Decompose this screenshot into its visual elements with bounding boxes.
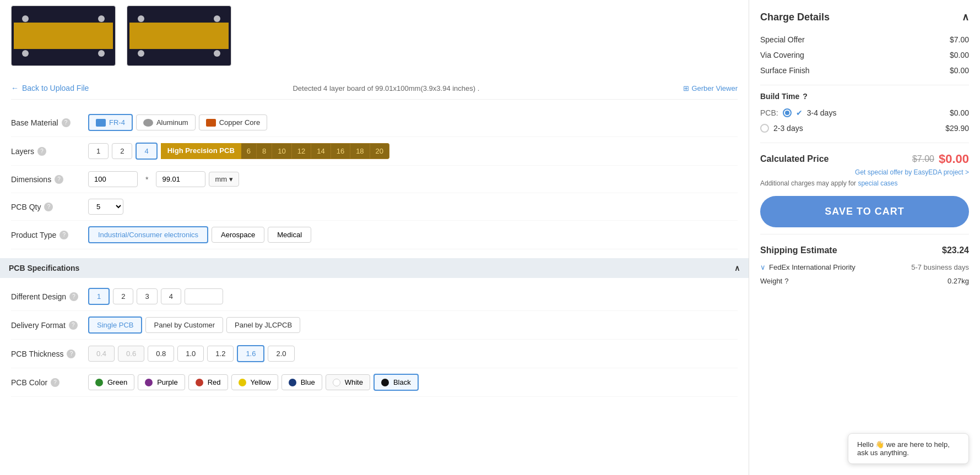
dimension-separator: * — [145, 175, 148, 184]
thickness-1.0-btn[interactable]: 1.0 — [177, 346, 204, 362]
height-input[interactable] — [156, 171, 205, 187]
design-4-btn[interactable]: 4 — [161, 288, 181, 304]
product-aerospace-btn[interactable]: Aerospace — [212, 227, 264, 243]
layer-14-btn[interactable]: 14 — [311, 143, 331, 159]
collapse-icon: ∧ — [734, 264, 740, 272]
material-aluminum-btn[interactable]: Aluminum — [136, 114, 196, 130]
layer-10-btn[interactable]: 10 — [272, 143, 291, 159]
layer-1-btn[interactable]: 1 — [88, 143, 109, 159]
arrow-left-icon: ← — [11, 84, 19, 92]
navigation-bar: ← Back to Upload File Detected 4 layer b… — [11, 77, 738, 100]
chat-widget[interactable]: Hello 👋 we are here to help, ask us anyt… — [848, 433, 969, 464]
build-option-3-4: PCB: ✔ 3-4 days $0.00 — [760, 105, 969, 121]
layer-12-btn[interactable]: 12 — [292, 143, 311, 159]
thickness-1.2-btn[interactable]: 1.2 — [207, 346, 234, 362]
special-cases-link[interactable]: special cases — [858, 179, 897, 187]
layer-18-btn[interactable]: 18 — [350, 143, 370, 159]
layer-6-btn[interactable]: 6 — [241, 143, 257, 159]
pcb-thumb-2 — [127, 6, 231, 66]
color-yellow-btn[interactable]: Yellow — [231, 374, 278, 390]
layer-8-btn[interactable]: 8 — [257, 143, 272, 159]
thickness-0.8-btn[interactable]: 0.8 — [148, 346, 174, 362]
build-time-help[interactable]: ? — [803, 92, 808, 101]
layer-20-btn[interactable]: 20 — [370, 143, 389, 159]
product-type-help[interactable]: ? — [59, 231, 68, 239]
fr4-icon — [96, 119, 106, 127]
divider-1 — [760, 85, 969, 85]
pcb-qty-options: 5 10 15 20 25 30 50 100 — [88, 199, 123, 215]
right-panel: Charge Details ∧ Special Offer $7.00 Via… — [749, 0, 980, 475]
pcb-thumb-1 — [11, 6, 116, 66]
black-swatch — [381, 379, 389, 386]
radio-3-4-days[interactable] — [783, 108, 792, 117]
charge-details-header: Charge Details ∧ — [760, 11, 969, 23]
chevron-down-icon: ▾ — [229, 175, 233, 183]
material-copper-btn[interactable]: Copper Core — [199, 114, 267, 130]
pcb-specifications-header[interactable]: PCB Specifications ∧ — [0, 258, 749, 278]
pcb-color-help[interactable]: ? — [51, 378, 59, 387]
pcb-qty-help[interactable]: ? — [44, 203, 53, 211]
price-values: $7.00 $0.00 — [912, 152, 969, 166]
red-swatch — [196, 379, 203, 386]
design-3-btn[interactable]: 3 — [137, 288, 157, 304]
delivery-format-help[interactable]: ? — [69, 321, 78, 330]
calculated-price-row: Calculated Price $7.00 $0.00 — [760, 152, 969, 166]
thickness-0.6-btn: 0.6 — [118, 346, 144, 362]
different-design-help[interactable]: ? — [69, 292, 78, 301]
white-swatch — [333, 379, 340, 386]
radio-2-3-days[interactable] — [760, 124, 769, 133]
layers-options: 1 2 4 High Precision PCB 6 8 10 12 14 16… — [88, 143, 389, 160]
color-purple-btn[interactable]: Purple — [138, 374, 185, 390]
layer-2-btn[interactable]: 2 — [112, 143, 132, 159]
color-red-btn[interactable]: Red — [188, 374, 228, 390]
gerber-viewer-link[interactable]: ⊞ Gerber Viewer — [683, 84, 738, 92]
charge-collapse-icon[interactable]: ∧ — [962, 11, 969, 23]
yellow-swatch — [239, 379, 246, 386]
color-blue-btn[interactable]: Blue — [281, 374, 322, 390]
pcb-thickness-row: PCB Thickness ? 0.4 0.6 0.8 1.0 1.2 1.6 … — [11, 340, 738, 368]
base-material-help[interactable]: ? — [62, 118, 71, 127]
color-white-btn[interactable]: White — [326, 374, 370, 390]
chevron-down-icon-fedex: ∨ — [760, 263, 766, 271]
product-type-row: Product Type ? Industrial/Consumer elect… — [11, 221, 738, 249]
base-material-options: FR-4 Aluminum Copper Core — [88, 114, 267, 131]
unit-selector[interactable]: mm ▾ — [209, 172, 239, 187]
chat-greeting: Hello 👋 we are here to help, ask us anyt… — [857, 440, 950, 457]
design-1-btn[interactable]: 1 — [88, 288, 110, 305]
delivery-single-btn[interactable]: Single PCB — [88, 316, 142, 334]
color-green-btn[interactable]: Green — [88, 374, 134, 390]
pcb-color-row: PCB Color ? Green Purple Red Ye — [11, 368, 738, 397]
save-to-cart-button[interactable]: SAVE TO CART — [760, 196, 969, 227]
delivery-panel-jlcpcb-btn[interactable]: Panel by JLCPCB — [226, 317, 300, 333]
product-industrial-btn[interactable]: Industrial/Consumer electronics — [88, 226, 208, 243]
green-swatch — [95, 379, 103, 386]
delivery-panel-customer-btn[interactable]: Panel by Customer — [145, 317, 223, 333]
pcb-thickness-help[interactable]: ? — [67, 350, 75, 358]
pcb-qty-select[interactable]: 5 10 15 20 25 30 50 100 — [88, 199, 123, 215]
thickness-2.0-btn[interactable]: 2.0 — [268, 346, 294, 362]
back-to-upload-link[interactable]: ← Back to Upload File — [11, 84, 89, 92]
pcb-thickness-label: PCB Thickness ? — [11, 350, 88, 358]
layer-16-btn[interactable]: 16 — [331, 143, 350, 159]
different-design-row: Different Design ? 1 2 3 4 — [11, 282, 738, 311]
design-2-btn[interactable]: 2 — [113, 288, 133, 304]
base-material-label: Base Material ? — [11, 118, 88, 127]
material-fr4-btn[interactable]: FR-4 — [88, 114, 133, 131]
color-black-btn[interactable]: Black — [373, 374, 419, 391]
pcb-specifications-content: Different Design ? 1 2 3 4 Delivery Form… — [11, 278, 738, 397]
weight-help[interactable]: ? — [784, 277, 788, 285]
product-medical-btn[interactable]: Medical — [268, 227, 311, 243]
pcb-qty-label: PCB Qty ? — [11, 203, 88, 211]
layers-help[interactable]: ? — [37, 147, 46, 156]
shipping-estimate: Shipping Estimate $23.24 ∨ FedEx Interna… — [760, 245, 969, 287]
gerber-icon: ⊞ — [683, 84, 689, 92]
purple-swatch — [145, 379, 153, 386]
pcb-thickness-options: 0.4 0.6 0.8 1.0 1.2 1.6 2.0 — [88, 345, 295, 362]
thickness-1.6-btn[interactable]: 1.6 — [237, 345, 264, 362]
layer-4-btn[interactable]: 4 — [136, 143, 157, 160]
delivery-format-label: Delivery Format ? — [11, 321, 88, 330]
dimensions-help[interactable]: ? — [55, 175, 63, 184]
width-input[interactable] — [88, 171, 138, 187]
design-custom-input[interactable] — [185, 288, 223, 304]
easyeda-link[interactable]: Get special offer by EasyEDA project > — [760, 168, 969, 176]
